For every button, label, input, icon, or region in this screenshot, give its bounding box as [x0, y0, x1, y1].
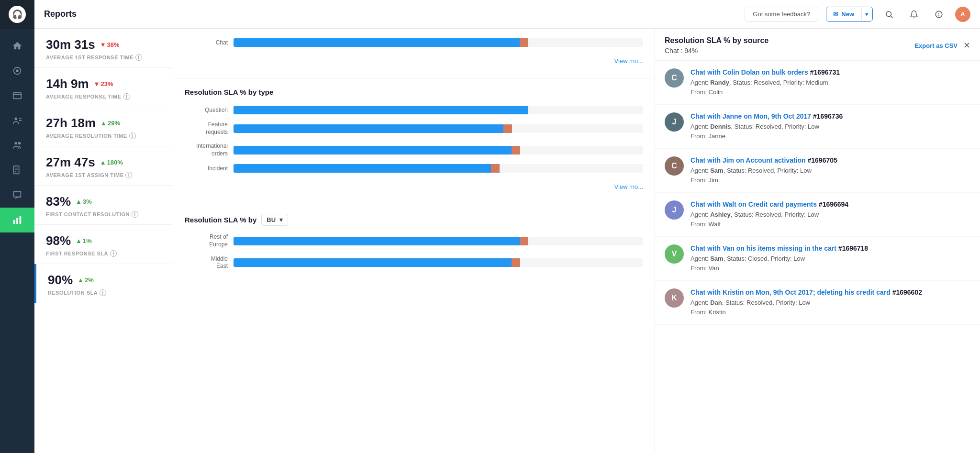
new-button-group: ✉ New ▾ [826, 7, 873, 22]
sla-avatar-4: V [665, 244, 684, 264]
sidebar-item-tickets[interactable] [0, 83, 34, 108]
sla-item-title-1: Chat with Janne on Mon, 9th Oct 2017 #16… [690, 112, 970, 120]
metrics-panel: 30m 31s ▼ 38% AVERAGE 1ST RESPONSE TIME … [34, 29, 173, 453]
svg-rect-14 [16, 218, 18, 224]
info-icon-4[interactable]: i [132, 211, 138, 218]
sla-item-content-3: Chat with Walt on Credit card payments #… [690, 200, 970, 229]
sidebar-item-chat[interactable] [0, 183, 34, 208]
sla-item-ticket-1: #1696736 [813, 112, 843, 120]
support-icon [935, 10, 943, 19]
sidebar-item-docs[interactable] [0, 158, 34, 183]
sidebar-item-home[interactable] [0, 33, 34, 58]
sla-item-link-3[interactable]: Chat with Walt on Credit card payments [690, 200, 817, 208]
bell-icon [910, 10, 918, 19]
new-button-label: New [841, 11, 854, 18]
svg-rect-15 [20, 216, 22, 224]
home-icon [12, 41, 22, 51]
sla-actions: Export as CSV ✕ [914, 41, 970, 50]
sla-items-list: C Chat with Colin Dolan on bulk orders #… [655, 61, 980, 453]
export-csv-button[interactable]: Export as CSV [914, 42, 958, 49]
bu-selector[interactable]: BU ▾ [261, 214, 288, 226]
contacts-icon [12, 115, 22, 126]
reports-icon [12, 215, 22, 225]
sla-item-content-0: Chat with Colin Dolan on bulk orders #16… [690, 68, 970, 97]
notifications-icon-button[interactable] [905, 6, 923, 23]
metric-label-6: RESOLUTION SLA i [48, 289, 161, 296]
feedback-button[interactable]: Got some feedback? [745, 7, 818, 22]
sla-item-ticket-2: #1696705 [808, 156, 837, 164]
svg-point-16 [886, 11, 891, 17]
view-more-source[interactable]: View mo... [185, 54, 643, 68]
metric-card-5: 98% ▲ 1% FIRST RESPONSE SLA i [34, 225, 173, 264]
sla-item-meta-1: Agent: Dennis, Status: Resolved, Priorit… [690, 122, 970, 141]
sidebar-item-team[interactable] [0, 133, 34, 158]
metric-card-4: 83% ▲ 3% FIRST CONTACT RESOLUTION i [34, 186, 173, 225]
sidebar-item-inbox[interactable] [0, 58, 34, 83]
chart-section-bu: Resolution SLA % by BU ▾ Rest ofEurope M… [173, 204, 655, 286]
main-content: Reports Got some feedback? ✉ New ▾ A 30m… [34, 0, 980, 453]
sla-item-link-2[interactable]: Chat with Jim on Account activation [690, 156, 806, 164]
sla-item-content-2: Chat with Jim on Account activation #169… [690, 156, 970, 185]
metric-value-5: 98% ▲ 1% [46, 233, 161, 248]
chart-label-rest-europe: Rest ofEurope [185, 233, 228, 248]
svg-line-17 [891, 16, 892, 18]
chart-label-incident: Incident [185, 165, 228, 172]
sidebar-item-contacts[interactable] [0, 108, 34, 133]
logo: 🎧 [0, 0, 34, 29]
charts-panel: Chat View mo... Resolution SLA % by type… [173, 29, 655, 453]
info-icon-2[interactable]: i [129, 133, 136, 139]
metric-label-0: AVERAGE 1ST RESPONSE TIME i [46, 54, 161, 61]
chart-row-middle-east: MiddleEast [185, 255, 643, 270]
metric-card-6: 90% ▲ 2% RESOLUTION SLA i [34, 264, 173, 303]
chart-row-question: Question [185, 106, 643, 114]
svg-point-7 [15, 142, 18, 145]
chart-row-feature: Featurerequests [185, 121, 643, 136]
sidebar: 🎧 [0, 0, 34, 453]
sla-item-link-0[interactable]: Chat with Colin Dolan on bulk orders [690, 68, 808, 76]
chart-label-feature: Featurerequests [185, 121, 228, 136]
info-icon-6[interactable]: i [100, 289, 106, 296]
search-icon [885, 10, 893, 19]
sla-item-content-1: Chat with Janne on Mon, 9th Oct 2017 #16… [690, 112, 970, 141]
sla-item-content-4: Chat with Van on his items missing in th… [690, 244, 970, 273]
svg-point-8 [18, 142, 21, 145]
chart-label-intl: Internationalorders [185, 143, 228, 157]
new-button[interactable]: ✉ New [826, 7, 861, 21]
metric-change-5: ▲ 1% [76, 237, 92, 244]
info-icon-3[interactable]: i [125, 172, 132, 178]
sla-item-link-1[interactable]: Chat with Janne on Mon, 9th Oct 2017 [690, 112, 811, 120]
info-icon-0[interactable]: i [135, 54, 142, 61]
sla-avatar-1: J [665, 112, 684, 132]
content-area: 30m 31s ▼ 38% AVERAGE 1ST RESPONSE TIME … [34, 29, 980, 453]
team-icon [12, 140, 22, 151]
metric-label-5: FIRST RESPONSE SLA i [46, 250, 161, 257]
search-icon-button[interactable] [880, 6, 898, 23]
new-dropdown-button[interactable]: ▾ [861, 7, 872, 21]
ticket-icon [12, 90, 22, 101]
page-title: Reports [44, 9, 737, 19]
chart-section-source: Chat View mo... [173, 29, 655, 78]
chart-label-chat: Chat [185, 39, 228, 46]
metric-label-4: FIRST CONTACT RESOLUTION i [46, 211, 161, 218]
support-icon-button[interactable] [930, 6, 947, 23]
chart-title-bu: Resolution SLA % by BU ▾ [185, 214, 643, 226]
info-icon-1[interactable]: i [123, 93, 130, 100]
svg-rect-2 [13, 93, 22, 99]
info-icon-5[interactable]: i [110, 250, 117, 257]
sla-item-1: J Chat with Janne on Mon, 9th Oct 2017 #… [655, 105, 980, 149]
metric-value-4: 83% ▲ 3% [46, 194, 161, 209]
sidebar-item-reports[interactable] [0, 208, 34, 232]
metric-card-0: 30m 31s ▼ 38% AVERAGE 1ST RESPONSE TIME … [34, 29, 173, 68]
user-avatar[interactable]: A [955, 7, 970, 22]
view-more-type[interactable]: View mo... [185, 179, 643, 194]
sla-item-meta-2: Agent: Sam, Status: Resolved, Priority: … [690, 166, 970, 185]
metric-card-2: 27h 18m ▲ 29% AVERAGE RESOLUTION TIME i [34, 107, 173, 146]
metric-value-6: 90% ▲ 2% [48, 273, 161, 287]
docs-icon [12, 165, 22, 176]
new-button-icon: ✉ [833, 11, 838, 18]
close-button[interactable]: ✕ [963, 41, 970, 50]
sla-item-content-5: Chat with Kristin on Mon, 9th Oct 2017; … [690, 288, 970, 317]
sla-item-link-4[interactable]: Chat with Van on his items missing in th… [690, 244, 836, 252]
chart-row-incident: Incident [185, 164, 643, 173]
sla-item-link-5[interactable]: Chat with Kristin on Mon, 9th Oct 2017; … [690, 288, 891, 296]
